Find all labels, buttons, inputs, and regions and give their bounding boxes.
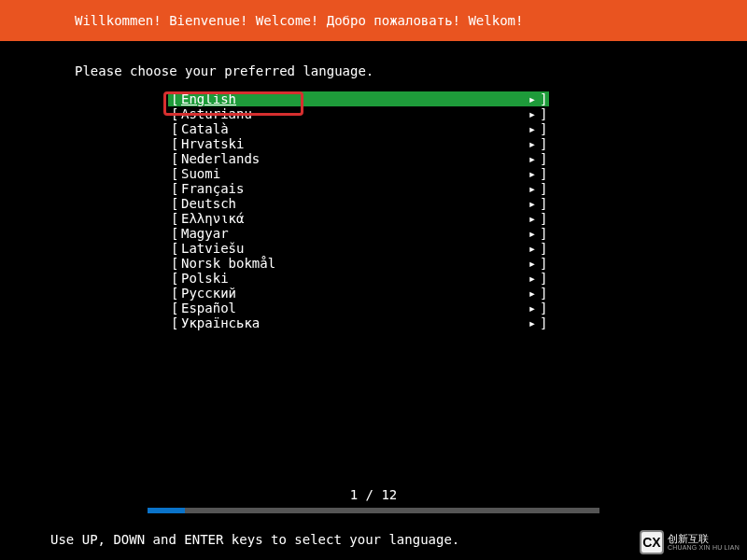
language-option[interactable]: [Polski▸] — [168, 271, 549, 286]
language-label: Polski — [176, 271, 525, 286]
progress-bar — [148, 508, 599, 513]
language-label: Français — [176, 181, 525, 196]
bracket-left: [ — [168, 181, 176, 196]
bracket-left: [ — [168, 196, 176, 211]
bracket-left: [ — [168, 91, 176, 106]
language-option[interactable]: [Hrvatski▸] — [168, 136, 549, 151]
language-option[interactable]: [Nederlands▸] — [168, 151, 549, 166]
bracket-left: [ — [168, 315, 176, 330]
watermark-logo: CX — [640, 530, 664, 554]
language-option[interactable]: [Magyar▸] — [168, 226, 549, 241]
bracket-right: ] — [540, 196, 549, 211]
bracket-right: ] — [540, 106, 549, 121]
language-label: Hrvatski — [176, 136, 525, 151]
language-label: Suomi — [176, 166, 525, 181]
bracket-left: [ — [168, 106, 176, 121]
bracket-right: ] — [540, 181, 549, 196]
chevron-right-icon: ▸ — [525, 286, 540, 301]
footer-hint: Use UP, DOWN and ENTER keys to select yo… — [50, 532, 459, 547]
bracket-right: ] — [540, 211, 549, 226]
language-label: Русский — [176, 286, 525, 301]
bracket-left: [ — [168, 301, 176, 315]
language-option[interactable]: [English▸] — [168, 91, 549, 106]
bracket-left: [ — [168, 226, 176, 241]
bracket-left: [ — [168, 136, 176, 151]
language-label: Українська — [176, 315, 525, 330]
bracket-right: ] — [540, 271, 549, 286]
language-label: Nederlands — [176, 151, 525, 166]
progress-area: 1 / 12 — [0, 487, 747, 513]
bracket-left: [ — [168, 241, 176, 256]
watermark-cn: 创新互联 — [668, 534, 740, 544]
bracket-right: ] — [540, 315, 549, 330]
language-option[interactable]: [Asturianu▸] — [168, 106, 549, 121]
language-label: Norsk bokmål — [176, 256, 525, 271]
chevron-right-icon: ▸ — [525, 106, 540, 121]
language-label: Asturianu — [176, 106, 525, 121]
progress-fill — [148, 508, 185, 513]
chevron-right-icon: ▸ — [525, 241, 540, 256]
chevron-right-icon: ▸ — [525, 211, 540, 226]
bracket-left: [ — [168, 121, 176, 136]
language-label: Magyar — [176, 226, 525, 241]
bracket-left: [ — [168, 151, 176, 166]
language-option[interactable]: [Français▸] — [168, 181, 549, 196]
bracket-left: [ — [168, 166, 176, 181]
language-option[interactable]: [Українська▸] — [168, 315, 549, 330]
chevron-right-icon: ▸ — [525, 121, 540, 136]
language-option[interactable]: [Deutsch▸] — [168, 196, 549, 211]
watermark-en: CHUANG XIN HU LIAN — [668, 544, 740, 551]
language-label: Español — [176, 301, 525, 315]
language-option[interactable]: [Norsk bokmål▸] — [168, 256, 549, 271]
chevron-right-icon: ▸ — [525, 151, 540, 166]
bracket-left: [ — [168, 271, 176, 286]
chevron-right-icon: ▸ — [525, 91, 540, 106]
bracket-right: ] — [540, 301, 549, 315]
watermark: CX 创新互联 CHUANG XIN HU LIAN — [640, 530, 740, 554]
bracket-right: ] — [540, 166, 549, 181]
bracket-right: ] — [540, 226, 549, 241]
language-list[interactable]: [English▸][Asturianu▸][Català▸][Hrvatski… — [168, 91, 549, 330]
prompt-text: Please choose your preferred language. — [0, 41, 747, 91]
language-label: Deutsch — [176, 196, 525, 211]
header-bar: Willkommen! Bienvenue! Welcome! Добро по… — [0, 0, 747, 41]
language-label: Català — [176, 121, 525, 136]
bracket-right: ] — [540, 286, 549, 301]
chevron-right-icon: ▸ — [525, 166, 540, 181]
chevron-right-icon: ▸ — [525, 226, 540, 241]
bracket-right: ] — [540, 256, 549, 271]
chevron-right-icon: ▸ — [525, 301, 540, 315]
bracket-right: ] — [540, 151, 549, 166]
bracket-right: ] — [540, 136, 549, 151]
language-option[interactable]: [Español▸] — [168, 301, 549, 315]
language-option[interactable]: [Suomi▸] — [168, 166, 549, 181]
language-option[interactable]: [Ελληνικά▸] — [168, 211, 549, 226]
language-option[interactable]: [Català▸] — [168, 121, 549, 136]
header-title: Willkommen! Bienvenue! Welcome! Добро по… — [75, 13, 523, 28]
bracket-left: [ — [168, 211, 176, 226]
language-label: Latviešu — [176, 241, 525, 256]
bracket-right: ] — [540, 241, 549, 256]
chevron-right-icon: ▸ — [525, 315, 540, 330]
bracket-left: [ — [168, 256, 176, 271]
language-option[interactable]: [Русский▸] — [168, 286, 549, 301]
chevron-right-icon: ▸ — [525, 196, 540, 211]
chevron-right-icon: ▸ — [525, 181, 540, 196]
bracket-right: ] — [540, 121, 549, 136]
bracket-left: [ — [168, 286, 176, 301]
language-option[interactable]: [Latviešu▸] — [168, 241, 549, 256]
progress-label: 1 / 12 — [0, 487, 747, 502]
bracket-right: ] — [540, 91, 549, 106]
chevron-right-icon: ▸ — [525, 136, 540, 151]
language-label: English — [176, 91, 525, 106]
chevron-right-icon: ▸ — [525, 256, 540, 271]
language-label: Ελληνικά — [176, 211, 525, 226]
chevron-right-icon: ▸ — [525, 271, 540, 286]
